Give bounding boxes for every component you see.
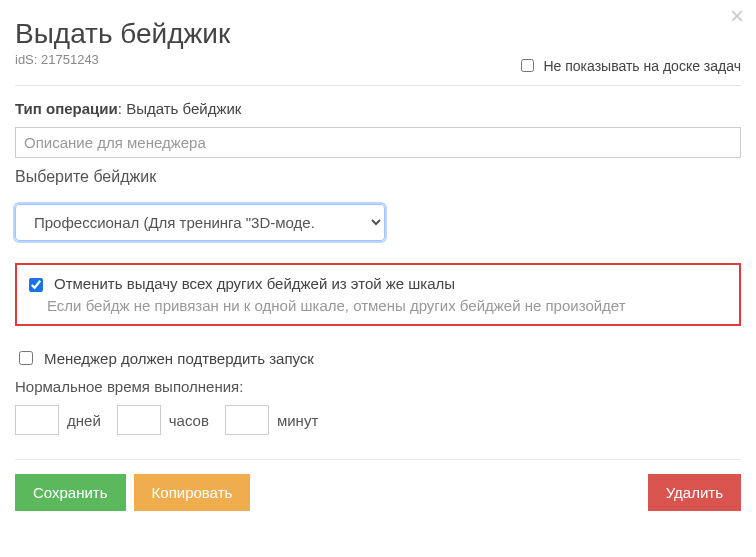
hours-input[interactable] [117,405,161,435]
minutes-unit: минут [277,412,318,429]
manager-confirm-checkbox[interactable] [19,351,33,365]
ids-label: idS: 21751243 [15,52,230,67]
modal-header: Выдать бейджик idS: 21751243 Не показыва… [15,10,741,75]
footer-left: Сохранить Копировать [15,474,250,511]
cancel-others-row: Отменить выдачу всех других бейджей из э… [25,275,729,295]
hide-on-board-checkbox[interactable] [521,59,534,72]
header-left: Выдать бейджик idS: 21751243 [15,10,230,75]
save-button[interactable]: Сохранить [15,474,126,511]
cancel-others-label: Отменить выдачу всех других бейджей из э… [54,275,455,292]
copy-button[interactable]: Копировать [134,474,251,511]
exec-time-label: Нормальное время выполнения: [15,378,741,395]
close-icon[interactable]: × [730,4,744,28]
exec-time-inputs: дней часов минут [15,405,741,435]
description-input[interactable] [15,127,741,158]
minutes-input[interactable] [225,405,269,435]
cancel-others-highlight: Отменить выдачу всех других бейджей из э… [15,263,741,326]
manager-confirm-row[interactable]: Менеджер должен подтвердить запуск [15,348,741,368]
hours-unit: часов [169,412,209,429]
operation-type-line: Тип операции: Выдать бейджик [15,100,741,117]
modal-footer: Сохранить Копировать Удалить [15,474,741,511]
modal-title: Выдать бейджик [15,18,230,50]
badge-select[interactable]: Профессионал (Для тренинга "3D-моде. [15,204,385,241]
hide-on-board-row[interactable]: Не показывать на доске задач [517,56,741,75]
issue-badge-modal: × Выдать бейджик idS: 21751243 Не показы… [0,0,756,526]
hide-on-board-label: Не показывать на доске задач [543,58,741,74]
footer-divider [15,459,741,460]
divider [15,85,741,86]
cancel-others-checkbox[interactable] [29,278,43,292]
badge-select-wrap: Профессионал (Для тренинга "3D-моде. [15,204,741,241]
days-unit: дней [67,412,101,429]
delete-button[interactable]: Удалить [648,474,741,511]
manager-confirm-label: Менеджер должен подтвердить запуск [44,350,314,367]
days-input[interactable] [15,405,59,435]
op-type-prefix: Тип операции [15,100,118,117]
op-type-value: Выдать бейджик [126,100,241,117]
cancel-others-sub: Если бейдж не привязан ни к одной шкале,… [47,297,729,314]
choose-badge-label: Выберите бейджик [15,168,741,186]
